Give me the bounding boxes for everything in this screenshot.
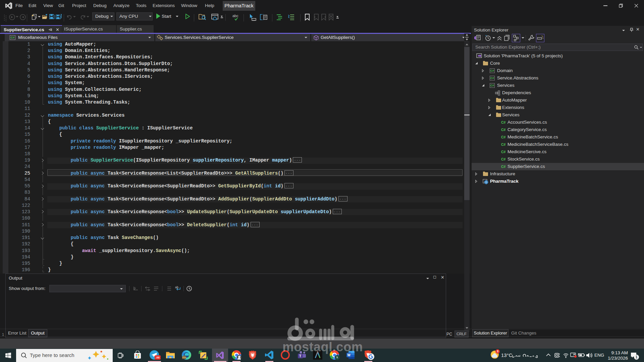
svg-text:T: T bbox=[299, 354, 301, 358]
svg-text:abc: abc bbox=[232, 14, 238, 18]
svg-text:ab: ab bbox=[175, 286, 178, 289]
svg-text:W: W bbox=[347, 353, 351, 357]
